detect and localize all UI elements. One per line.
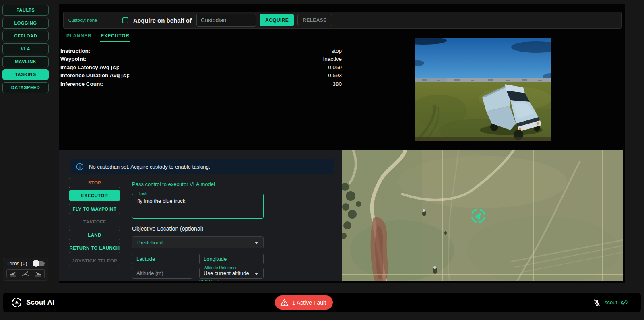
telemetry-row: Inference Duration Avg [s]: 0.593 xyxy=(60,72,342,80)
telemetry-value: 380 xyxy=(332,81,342,87)
return-to-launch-button[interactable]: RETURN TO LAUNCH xyxy=(69,243,120,253)
aerial-map[interactable] xyxy=(342,150,623,281)
land-button[interactable]: LAND xyxy=(69,230,120,240)
telemetry-row: Image Latency Avg [s]: 0.059 xyxy=(60,63,342,72)
connection-name: scout xyxy=(605,299,617,306)
landing-trim-icon xyxy=(34,271,43,277)
brand-name: Scout AI xyxy=(26,299,54,307)
altitude-reference-select[interactable]: Altitude Reference Use current altitude xyxy=(199,268,264,279)
mic-muted-icon[interactable] xyxy=(593,299,601,306)
telemetry-row: Inference Count: 380 xyxy=(60,80,342,88)
stop-button[interactable]: STOP xyxy=(69,178,120,188)
telemetry-value: 0.593 xyxy=(328,72,342,78)
sidebar-item-tasking[interactable]: TASKING xyxy=(2,69,49,80)
info-icon xyxy=(76,163,84,171)
warning-triangle-icon xyxy=(280,299,289,306)
objective-location-heading: Objective Location (optional) xyxy=(132,225,264,232)
text-cursor xyxy=(186,198,186,204)
sidebar-item-offload[interactable]: OFFLOAD xyxy=(2,31,49,41)
trims-label: Trims (0) xyxy=(6,260,27,266)
acquire-button[interactable]: ACQUIRE xyxy=(260,14,294,26)
footer-bar: Scout AI 1 Active Fault scout xyxy=(3,293,641,312)
pass-control-text: Pass control to executor VLA model xyxy=(132,181,264,187)
tab-planner[interactable]: PLANNER xyxy=(66,32,92,42)
location-mode-value: Predefined xyxy=(137,239,163,246)
sidebar-item-mavlink[interactable]: MAVLINK xyxy=(2,56,49,67)
lat-long-row xyxy=(132,254,264,264)
custody-status: Custody: none xyxy=(68,12,97,28)
task-input[interactable]: Task fly into the blue truck xyxy=(132,194,264,219)
tab-executor[interactable]: EXECUTOR xyxy=(100,32,130,42)
chevron-down-icon xyxy=(254,273,258,275)
acquire-on-behalf-label: Acquire on behalf of xyxy=(133,17,192,24)
sidebar-item-faults[interactable]: FAULTS xyxy=(2,5,49,16)
telemetry-label: Image Latency Avg [s]: xyxy=(60,64,120,70)
active-fault-text: 1 Active Fault xyxy=(292,299,326,306)
telemetry-value: Inactive xyxy=(323,56,342,62)
custody-bar: Custody: none Acquire on behalf of ACQUI… xyxy=(63,12,622,29)
longitude-field[interactable] xyxy=(199,254,264,264)
trims-panel: Trims (0) xyxy=(3,258,48,281)
telemetry-value: 0.059 xyxy=(328,64,342,70)
app-screen: FAULTS LOGGING OFFLOAD VLA MAVLINK TASKI… xyxy=(0,0,644,320)
latitude-field[interactable] xyxy=(132,254,192,264)
telemetry-value: stop xyxy=(331,48,342,54)
planner-executor-tabs: PLANNER EXECUTOR xyxy=(66,32,130,42)
executor-button[interactable]: EXECUTOR xyxy=(69,190,120,201)
telemetry-row: Instruction: stop xyxy=(60,47,342,55)
branch-trim-button[interactable] xyxy=(19,269,32,278)
branch-trim-icon xyxy=(21,271,29,277)
banner-text: No custodian set. Acquire custody to ena… xyxy=(89,164,210,170)
takeoff-button[interactable]: TAKEOFF xyxy=(69,217,120,227)
sidebar-item-logging[interactable]: LOGGING xyxy=(2,18,49,29)
telemetry-label: Inference Count: xyxy=(60,81,103,87)
sidebar: FAULTS LOGGING OFFLOAD VLA MAVLINK TASKI… xyxy=(2,5,49,95)
task-input-value: fly into the blue truck xyxy=(137,198,185,204)
no-custodian-banner: No custodian set. Acquire custody to ena… xyxy=(70,159,334,174)
altitude-field[interactable] xyxy=(132,268,192,279)
drone-camera-feed xyxy=(415,38,551,141)
custodian-input[interactable] xyxy=(196,14,256,27)
active-fault-badge[interactable]: 1 Active Fault xyxy=(275,295,333,310)
telemetry-label: Inference Duration Avg [s]: xyxy=(60,72,130,78)
landing-trim-button[interactable] xyxy=(32,269,45,278)
task-form: Pass control to executor VLA model Task … xyxy=(132,181,264,279)
fly-to-waypoint-button[interactable]: FLY TO WAYPOINT xyxy=(69,204,120,214)
trims-toggle[interactable] xyxy=(33,261,45,266)
release-button[interactable]: RELEASE xyxy=(297,14,332,26)
link-icon[interactable] xyxy=(621,299,628,306)
chevron-down-icon xyxy=(254,242,258,244)
altitude-reference-value: Use current altitude xyxy=(204,270,249,276)
location-mode-select[interactable]: Predefined xyxy=(132,236,264,248)
ned-heading-clipped-label: NED Heading xyxy=(199,279,224,281)
altitude-reference-label: Altitude Reference xyxy=(203,266,239,270)
command-buttons: STOP EXECUTOR FLY TO WAYPOINT TAKEOFF LA… xyxy=(69,178,120,269)
joystick-teleop-button[interactable]: JOYSTICK TELEOP xyxy=(69,256,120,266)
tasking-panel: No custodian set. Acquire custody to ena… xyxy=(59,150,342,281)
scout-logo-icon xyxy=(11,297,22,308)
task-input-label: Task xyxy=(136,191,150,196)
footer-right: scout xyxy=(593,293,628,312)
sidebar-item-dataspeed[interactable]: DATASPEED xyxy=(2,82,49,93)
takeoff-trim-button[interactable] xyxy=(6,269,19,278)
acquire-on-behalf-checkbox[interactable] xyxy=(122,17,128,23)
telemetry-label: Waypoint: xyxy=(60,56,87,62)
brand: Scout AI xyxy=(11,293,54,312)
executor-telemetry: Instruction: stop Waypoint: Inactive Ima… xyxy=(60,47,342,88)
takeoff-trim-icon xyxy=(8,271,17,277)
telemetry-label: Instruction: xyxy=(60,48,90,54)
telemetry-row: Waypoint: Inactive xyxy=(60,55,342,64)
sidebar-item-vla[interactable]: VLA xyxy=(2,43,49,54)
acquire-group: Acquire on behalf of ACQUIRE RELEASE xyxy=(122,12,332,28)
altitude-row: Altitude Reference Use current altitude xyxy=(132,268,264,279)
